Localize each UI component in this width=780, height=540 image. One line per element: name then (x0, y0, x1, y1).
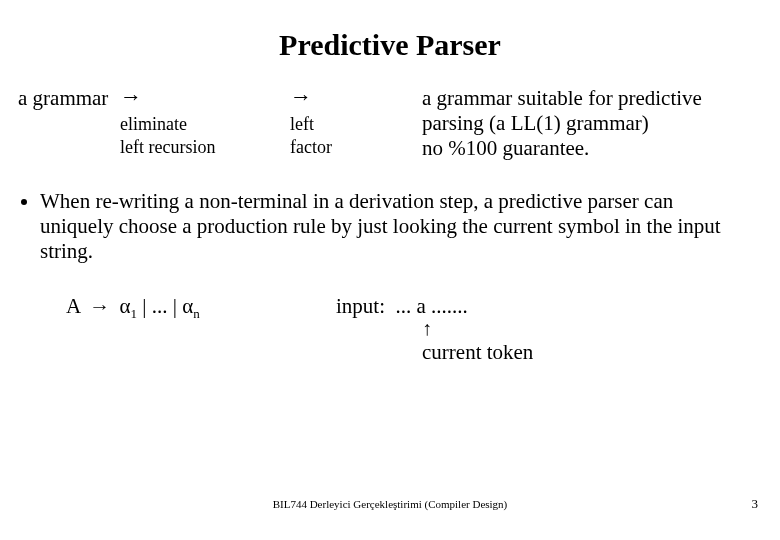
arrow-icon: → (290, 86, 422, 108)
rule-block: A → α1 | ... | αn input: ... a ....... ↑… (66, 294, 762, 404)
step2-line1: left (290, 114, 422, 135)
result-line3: no %100 guarantee. (422, 136, 762, 161)
pipeline-start: a grammar (18, 86, 120, 111)
step1-line2: left recursion (120, 137, 290, 158)
alpha-1-sub: 1 (131, 306, 138, 321)
page-number: 3 (752, 496, 759, 512)
arrow-icon: → (120, 86, 290, 108)
alpha-n: α (182, 294, 193, 318)
input-rest: ... a ....... (385, 294, 468, 318)
rule-alts: | ... | (142, 294, 182, 318)
input-string: input: ... a ....... ↑ current token (336, 294, 468, 319)
arrow-icon: → (85, 294, 114, 318)
arrow-up-icon: ↑ (422, 318, 432, 338)
footer-text: BIL744 Derleyici Gerçekleştirimi (Compil… (0, 498, 780, 510)
current-token-label: current token (422, 340, 533, 365)
step1-line1: eliminate (120, 114, 290, 135)
bullet-item: When re-writing a non-terminal in a deri… (40, 189, 762, 264)
alpha-n-sub: n (193, 306, 200, 321)
bullet-list: When re-writing a non-terminal in a deri… (40, 189, 762, 264)
result-line1: a grammar suitable for predictive (422, 86, 762, 111)
slide-title: Predictive Parser (18, 28, 762, 62)
pipeline-row: a grammar → eliminate left recursion → l… (18, 86, 762, 161)
result-line2: parsing (a LL(1) grammar) (422, 111, 762, 136)
step2-line2: factor (290, 137, 422, 158)
input-label: input: (336, 294, 385, 318)
rule-lhs: A (66, 294, 80, 318)
production-rule: A → α1 | ... | αn (66, 294, 336, 322)
alpha-1: α (120, 294, 131, 318)
